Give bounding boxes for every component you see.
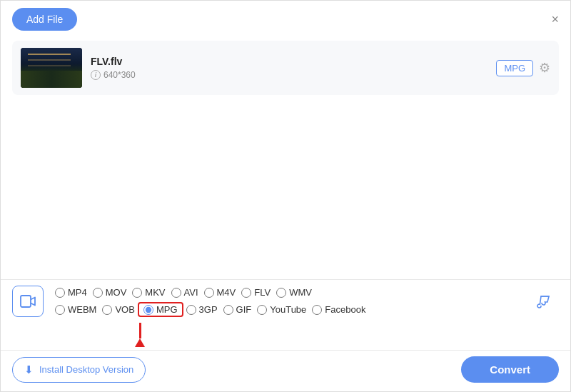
format-option-mov[interactable]: MOV: [90, 286, 130, 299]
radio-mp4[interactable]: [55, 288, 65, 298]
radio-youtube[interactable]: [257, 305, 267, 315]
file-info: FLV.flv i 640*360: [91, 56, 496, 80]
close-button[interactable]: ×: [551, 13, 559, 26]
format-selector: MP4 MOV MKV AVI M4V FLV: [1, 280, 570, 323]
radio-mkv[interactable]: [132, 288, 142, 298]
radio-mpg[interactable]: [143, 305, 153, 315]
radio-vob[interactable]: [102, 305, 112, 315]
format-option-gif[interactable]: GIF: [221, 302, 255, 317]
file-resolution: 640*360: [103, 70, 136, 80]
format-option-vob[interactable]: VOB: [99, 302, 137, 317]
svg-rect-0: [21, 296, 31, 307]
radio-m4v[interactable]: [204, 288, 214, 298]
radio-avi[interactable]: [171, 288, 181, 298]
red-arrow-indicator: [135, 323, 145, 347]
radio-wmv[interactable]: [276, 288, 286, 298]
radio-webm[interactable]: [55, 305, 65, 315]
convert-button[interactable]: Convert: [461, 356, 559, 383]
format-option-mpg[interactable]: MPG: [138, 302, 183, 317]
file-actions: MPG ⚙: [496, 60, 550, 76]
install-desktop-button[interactable]: ⬇ Install Desktop Version: [12, 357, 146, 383]
radio-gif[interactable]: [223, 305, 233, 315]
main-window: Add File × FLV.flv i 640*360 MPG ⚙: [0, 0, 571, 392]
settings-icon[interactable]: ⚙: [539, 60, 550, 76]
format-option-3gp[interactable]: 3GP: [183, 302, 221, 317]
format-option-webm[interactable]: WEBM: [52, 302, 99, 317]
format-option-wmv[interactable]: WMV: [273, 286, 315, 299]
thumbnail: [21, 48, 82, 88]
file-meta: i 640*360: [91, 70, 496, 80]
format-option-youtube[interactable]: YouTube: [254, 302, 309, 317]
format-option-mkv[interactable]: MKV: [129, 286, 168, 299]
add-file-button[interactable]: Add File: [12, 8, 77, 31]
bottom-panel: MP4 MOV MKV AVI M4V FLV: [1, 279, 570, 350]
radio-3gp[interactable]: [186, 305, 196, 315]
format-option-flv[interactable]: FLV: [238, 286, 273, 299]
radio-flv[interactable]: [241, 288, 251, 298]
header: Add File ×: [1, 1, 570, 35]
format-option-m4v[interactable]: M4V: [201, 286, 239, 299]
thumbnail-image: [21, 48, 82, 88]
info-icon: i: [91, 70, 101, 80]
install-label: Install Desktop Version: [39, 364, 133, 375]
audio-format-icon-button[interactable]: [527, 286, 559, 317]
radio-facebook[interactable]: [312, 305, 322, 315]
format-option-facebook[interactable]: Facebook: [309, 302, 368, 317]
file-list: FLV.flv i 640*360 MPG ⚙: [1, 35, 570, 279]
download-icon: ⬇: [24, 363, 34, 376]
radio-mov[interactable]: [93, 288, 103, 298]
format-option-mp4[interactable]: MP4: [52, 286, 90, 299]
footer: ⬇ Install Desktop Version Convert: [1, 350, 570, 391]
video-format-icon-button[interactable]: [12, 286, 44, 317]
format-badge-button[interactable]: MPG: [496, 60, 533, 76]
file-name: FLV.flv: [91, 56, 496, 67]
format-option-avi[interactable]: AVI: [168, 286, 201, 299]
file-item: FLV.flv i 640*360 MPG ⚙: [12, 41, 559, 95]
